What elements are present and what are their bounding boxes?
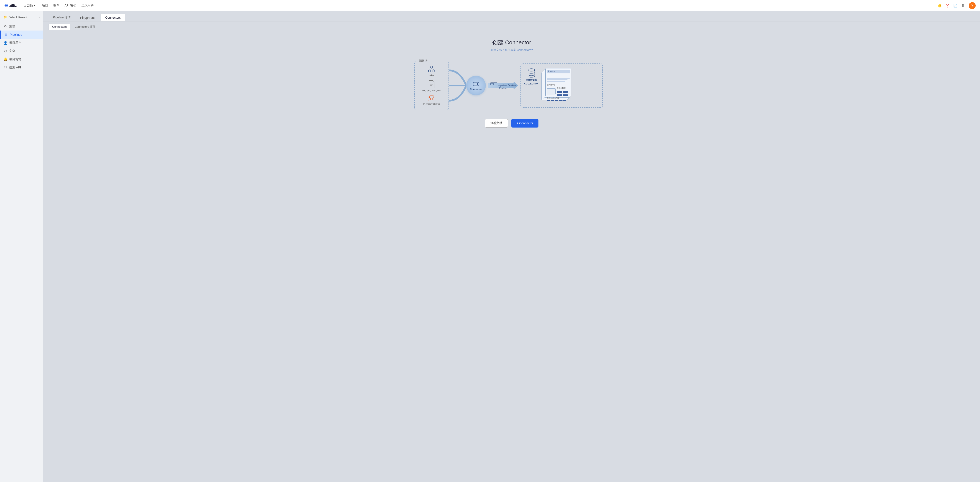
logo[interactable]: ✳ zilliz — [4, 3, 17, 8]
sub-tab-bar: Connectors Connectors 事件 — [43, 21, 980, 30]
sidebar-item-project-users[interactable]: 👤 项目用户 — [0, 39, 43, 47]
destination-box: 向量数据库 COLLECTION 文档切片4 文档切片3 — [520, 63, 603, 108]
kafka-icon — [428, 65, 436, 73]
docs-button[interactable]: 查看文档 — [485, 119, 508, 128]
nav-item-apikey[interactable]: API 密钥 — [65, 4, 76, 8]
sidebar-item-label: Pipelines — [10, 33, 22, 36]
main-layout: 📁 Default Project ▾ ⟳ 集群 ⊟ Pipelines 👤 项… — [0, 11, 980, 482]
tab-bar: Pipeline 详情 Playground Connectors — [43, 11, 980, 21]
pipeline-sidebar-icon: ⊟ — [4, 33, 8, 36]
sidebar-item-label: 安全 — [9, 49, 15, 53]
db-label: 向量数据库 — [526, 79, 537, 82]
brand-text: Zilliz — [27, 4, 33, 7]
svg-point-14 — [477, 83, 478, 85]
notification-icon[interactable]: 🔔 — [937, 3, 942, 8]
doc-meta-chips-2 — [557, 94, 568, 96]
sidebar-item-label: 集群 — [9, 24, 15, 29]
project-name: Default Project — [9, 16, 27, 19]
svg-point-22 — [528, 69, 535, 71]
sub-tab-connectors[interactable]: Connectors — [49, 24, 70, 30]
brand-icon: ⊞ — [24, 4, 26, 7]
sidebar-item-security[interactable]: 🛡 安全 — [0, 47, 43, 55]
main-content: 创建 Connector 阅读文档了解什么是 Connectors? 源数据 — [43, 30, 980, 482]
nav-item-project[interactable]: 项目 — [42, 4, 48, 8]
sidebar-item-label: 搜索 API — [9, 66, 21, 70]
meta-chip-3 — [557, 94, 562, 96]
merge-arrow — [449, 64, 466, 107]
sidebar-item-pipelines[interactable]: ⊟ Pipelines — [0, 30, 43, 39]
svg-rect-18 — [490, 82, 493, 85]
source-item-oss: 阿里云对象存储 — [423, 95, 440, 105]
arrow-label: Ingestion/ Deletion Pipeline — [490, 81, 516, 90]
trash-icon[interactable]: 🗑 — [961, 3, 965, 8]
svg-rect-9 — [430, 96, 434, 98]
meta-chip-2 — [563, 91, 568, 93]
svg-line-3 — [430, 68, 431, 70]
connector-circle: Connector — [466, 76, 486, 95]
oss-label: 阿里云对象存储 — [423, 102, 440, 105]
embed-chip-2 — [551, 100, 554, 101]
sidebar-item-alerts[interactable]: 🔔 项目告警 — [0, 55, 43, 63]
sidebar-item-label: 项目用户 — [9, 41, 21, 45]
document-stack: 文档切片4 文档切片3 文档切片2 文档切片1 — [541, 68, 571, 103]
nav-item-orgusers[interactable]: 组织用户 — [81, 4, 94, 8]
sidebar-project[interactable]: 📁 Default Project ▾ — [0, 14, 43, 21]
source-item-kafka: kafka — [428, 65, 436, 77]
connector-icon — [473, 81, 479, 87]
user-icon: 👤 — [3, 41, 7, 45]
doc-text-line-2 — [547, 79, 568, 80]
tab-pipeline-detail[interactable]: Pipeline 详情 — [49, 14, 75, 21]
project-chevron-icon: ▾ — [38, 16, 40, 18]
svg-point-1 — [428, 70, 431, 72]
folder-icon: 📁 — [3, 16, 7, 19]
database-icon — [527, 68, 536, 78]
sidebar-item-label: 项目告警 — [9, 57, 21, 61]
pipeline-label: Ingestion/ Deletion Pipeline — [498, 84, 516, 89]
navbar-right: 🔔 ❓ 📄 🗑 Y — [937, 2, 976, 9]
page-title: 创建 Connector — [492, 39, 531, 46]
pipeline-arrow: Ingestion/ Deletion Pipeline — [486, 80, 520, 91]
sub-tab-connectors-events[interactable]: Connectors 事件 — [71, 24, 99, 30]
doc-text-block — [547, 88, 555, 94]
doc-label-1: 文档切片1 — [547, 70, 570, 73]
cluster-icon: ⟳ — [3, 24, 7, 29]
create-connector-button[interactable]: + Connector — [511, 119, 538, 128]
doc-meta-chips — [557, 91, 568, 93]
brand[interactable]: ⊞ Zilliz ▾ — [24, 4, 35, 7]
source-label: 源数据 — [418, 59, 428, 63]
svg-point-2 — [433, 70, 435, 72]
oss-icon — [428, 95, 436, 101]
db-icon-wrap: 向量数据库 COLLECTION — [524, 68, 538, 85]
svg-rect-19 — [494, 82, 497, 85]
avatar[interactable]: Y — [969, 2, 976, 9]
meta-chip-4 — [563, 94, 568, 96]
doc-bottom-section: 切片文本 1 其他元数据 — [547, 84, 570, 101]
bell-icon: 🔔 — [3, 57, 7, 61]
tab-connectors[interactable]: Connectors — [101, 14, 126, 21]
embed-chip-4 — [558, 100, 562, 101]
doc-text-line-1 — [547, 78, 570, 79]
document-icon[interactable]: 📄 — [953, 3, 958, 8]
svg-point-0 — [431, 66, 433, 68]
embed-chip-5 — [563, 100, 566, 101]
nav-item-billing[interactable]: 账单 — [53, 4, 59, 8]
embed-chip-3 — [555, 100, 558, 101]
shield-icon: 🛡 — [3, 49, 7, 53]
doc-meta-label: 其他元数据 — [557, 87, 568, 89]
sidebar-item-search-api[interactable]: ⬚ 搜索 API — [0, 63, 43, 72]
page-subtitle[interactable]: 阅读文档了解什么是 Connectors? — [490, 48, 533, 52]
navbar: ✳ zilliz ⊞ Zilliz ▾ 项目 账单 API 密钥 组织用户 🔔 … — [0, 0, 980, 11]
tab-playground[interactable]: Playground — [76, 14, 100, 21]
search-api-icon: ⬚ — [3, 66, 7, 70]
file-icon — [428, 80, 435, 88]
doc-embed-label: Embedding 向量 — [547, 97, 570, 99]
content-area: Pipeline 详情 Playground Connectors Connec… — [43, 11, 980, 482]
embed-chip-1 — [547, 100, 550, 101]
doc-card-front: 文档切片1 切片文本 1 — [546, 68, 571, 96]
source-box: 源数据 kafka — [414, 60, 449, 110]
file-label: .txt, .pdf, .doc, etc. — [422, 89, 441, 92]
db-collection-label: COLLECTION — [524, 82, 538, 85]
sidebar-item-clusters[interactable]: ⟳ 集群 — [0, 22, 43, 30]
help-icon[interactable]: ❓ — [945, 3, 950, 8]
doc-content — [547, 78, 570, 82]
